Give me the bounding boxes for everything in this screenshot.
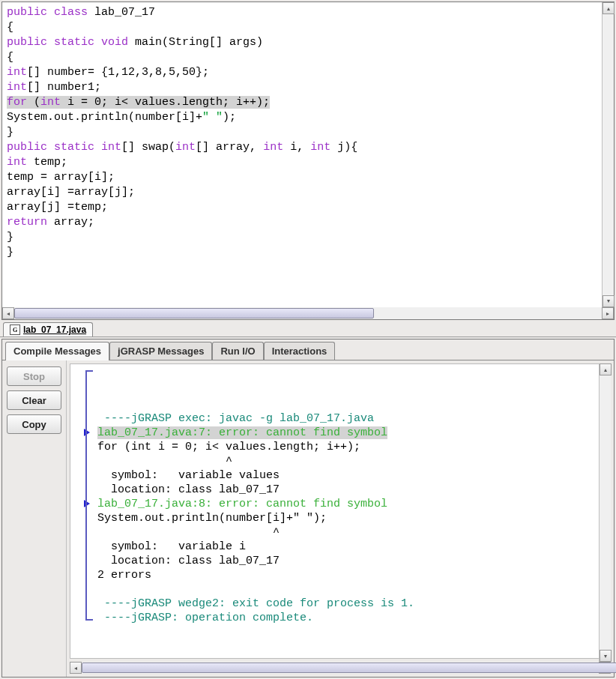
console-text: ^ — [97, 526, 280, 539]
clear-button[interactable]: Clear — [7, 390, 61, 410]
messages-body: Stop Clear Copy ----jGRASP exec: javac -… — [2, 360, 614, 677]
scroll-track[interactable] — [603, 14, 614, 295]
file-tab-bar: G lab_07_17.java — [0, 322, 616, 337]
code-line[interactable]: { — [7, 50, 609, 65]
scroll-thumb[interactable] — [82, 663, 616, 673]
code-editor-pane: public class lab_07_17{public static voi… — [1, 1, 615, 320]
code-line[interactable]: } — [7, 125, 609, 140]
code-line[interactable]: { — [7, 20, 609, 35]
console-text: lab_07_17.java:8: error: cannot find sym… — [97, 498, 387, 510]
tab-jgrasp-messages[interactable]: jGRASP Messages — [109, 342, 212, 360]
console-text: ^ — [97, 455, 232, 468]
stop-button[interactable]: Stop — [7, 366, 61, 386]
scroll-up-button[interactable]: ▴ — [603, 2, 615, 14]
file-icon: G — [10, 325, 20, 335]
console-wrap: ----jGRASP exec: javac -g lab_07_17.java… — [67, 360, 614, 677]
editor-scrollbar-vertical[interactable]: ▴ ▾ — [602, 2, 614, 307]
message-tabs: Compile MessagesjGRASP MessagesRun I/OIn… — [2, 340, 614, 360]
scroll-left-button[interactable]: ◂ — [2, 307, 14, 319]
console-line[interactable]: symbol: variable values — [79, 468, 607, 483]
output-bracket — [85, 370, 93, 621]
code-line[interactable]: array[j] =temp; — [7, 200, 609, 215]
console-line[interactable]: 2 errors — [79, 568, 607, 582]
scroll-track[interactable] — [82, 662, 599, 674]
console-line[interactable]: lab_07_17.java:8: error: cannot find sym… — [79, 497, 607, 511]
console-line[interactable]: ----jGRASP exec: javac -g lab_07_17.java — [79, 411, 607, 426]
file-tab[interactable]: G lab_07_17.java — [3, 322, 93, 337]
console-line[interactable]: for (int i = 0; i< values.length; i++); — [79, 440, 607, 454]
console-text: System.out.println(number[i]+" "); — [97, 512, 327, 525]
scroll-thumb[interactable] — [14, 308, 374, 319]
code-line[interactable]: int[] number= {1,12,3,8,5,50}; — [7, 65, 609, 80]
scroll-down-button[interactable]: ▾ — [600, 650, 612, 662]
console-line[interactable]: ----jGRASP: operation complete. — [79, 611, 607, 625]
file-tab-label: lab_07_17.java — [23, 325, 86, 335]
code-line[interactable]: return array; — [7, 215, 609, 230]
console-text: symbol: variable i — [97, 540, 246, 553]
console-text: ----jGRASP: operation complete. — [97, 612, 313, 624]
scroll-track[interactable] — [14, 307, 602, 319]
code-editor[interactable]: public class lab_07_17{public static voi… — [2, 2, 614, 307]
code-line[interactable]: temp = array[i]; — [7, 170, 609, 185]
console-line[interactable]: ^ — [79, 454, 607, 468]
console-line[interactable]: System.out.println(number[i]+" "); — [79, 511, 607, 525]
scroll-down-button[interactable]: ▾ — [603, 295, 615, 307]
console-line[interactable]: ^ — [79, 525, 607, 540]
tab-compile-messages[interactable]: Compile Messages — [5, 342, 109, 360]
console-text: ----jGRASP wedge2: exit code for process… — [97, 597, 414, 610]
code-line[interactable]: System.out.println(number[i]+" "); — [7, 110, 609, 125]
console-text: lab_07_17.java:7: error: cannot find sym… — [97, 426, 387, 439]
code-line[interactable]: public static void main(String[] args) — [7, 35, 609, 50]
compile-console[interactable]: ----jGRASP exec: javac -g lab_07_17.java… — [70, 363, 611, 659]
console-scrollbar-vertical[interactable]: ▴ ▾ — [599, 363, 611, 662]
console-text: location: class lab_07_17 — [97, 555, 280, 567]
console-text: for (int i = 0; i< values.length; i++); — [97, 441, 360, 453]
messages-pane: Compile MessagesjGRASP MessagesRun I/OIn… — [1, 339, 615, 678]
code-line[interactable]: } — [7, 230, 609, 245]
scroll-left-button[interactable]: ◂ — [70, 662, 82, 674]
tab-interactions[interactable]: Interactions — [264, 342, 336, 360]
tab-run-i-o[interactable]: Run I/O — [212, 342, 263, 360]
console-line[interactable]: location: class lab_07_17 — [79, 554, 607, 568]
code-line[interactable]: } — [7, 245, 609, 260]
console-text: 2 errors — [97, 569, 151, 582]
code-line[interactable]: public static int[] swap(int[] array, in… — [7, 140, 609, 155]
console-line[interactable]: symbol: variable i — [79, 540, 607, 554]
scroll-up-button[interactable]: ▴ — [600, 363, 612, 375]
editor-scrollbar-horizontal[interactable]: ◂ ▸ — [2, 307, 614, 319]
code-line[interactable]: public class lab_07_17 — [7, 5, 609, 20]
console-line[interactable]: ----jGRASP wedge2: exit code for process… — [79, 597, 607, 611]
console-line[interactable]: location: class lab_07_17 — [79, 483, 607, 497]
console-text: symbol: variable values — [97, 469, 280, 482]
scroll-right-button[interactable]: ▸ — [602, 307, 614, 319]
code-line[interactable]: for (int i = 0; i< values.length; i++); — [7, 95, 609, 110]
console-text: location: class lab_07_17 — [97, 483, 280, 496]
console-line[interactable]: lab_07_17.java:7: error: cannot find sym… — [79, 426, 607, 440]
code-line[interactable]: int[] number1; — [7, 80, 609, 95]
console-scrollbar-horizontal[interactable]: ◂ ▸ — [70, 662, 611, 674]
scroll-track[interactable] — [600, 375, 611, 650]
console-line[interactable] — [79, 582, 607, 597]
message-buttons: Stop Clear Copy — [2, 360, 67, 677]
copy-button[interactable]: Copy — [7, 414, 61, 434]
console-text: ----jGRASP exec: javac -g lab_07_17.java — [97, 412, 374, 425]
code-line[interactable]: array[i] =array[j]; — [7, 185, 609, 200]
code-line[interactable]: int temp; — [7, 155, 609, 170]
